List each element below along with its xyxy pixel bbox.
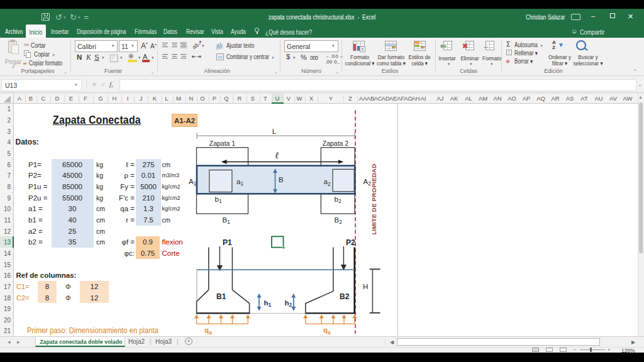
svg-text:B2: B2 [335,216,343,226]
svg-text:LIMITE DE PROPIEDAD: LIMITE DE PROPIEDAD [370,163,377,234]
svg-text:A1: A1 [189,178,197,187]
svg-text:h1: h1 [264,299,272,309]
svg-text:qa: qa [204,326,212,336]
svg-text:B1: B1 [223,216,231,226]
svg-text:H: H [363,283,368,290]
svg-text:B: B [279,176,284,184]
svg-text:h2: h2 [285,299,292,309]
svg-text:P1: P1 [223,238,232,247]
svg-text:qa: qa [323,326,331,336]
svg-text:B2: B2 [340,292,350,301]
svg-text:ℓ: ℓ [275,150,279,160]
svg-text:B1: B1 [216,292,226,301]
svg-text:Zapata 1: Zapata 1 [209,140,236,147]
svg-text:P2: P2 [346,238,355,247]
svg-text:Zapata 2: Zapata 2 [323,140,349,147]
svg-text:L: L [272,128,277,135]
